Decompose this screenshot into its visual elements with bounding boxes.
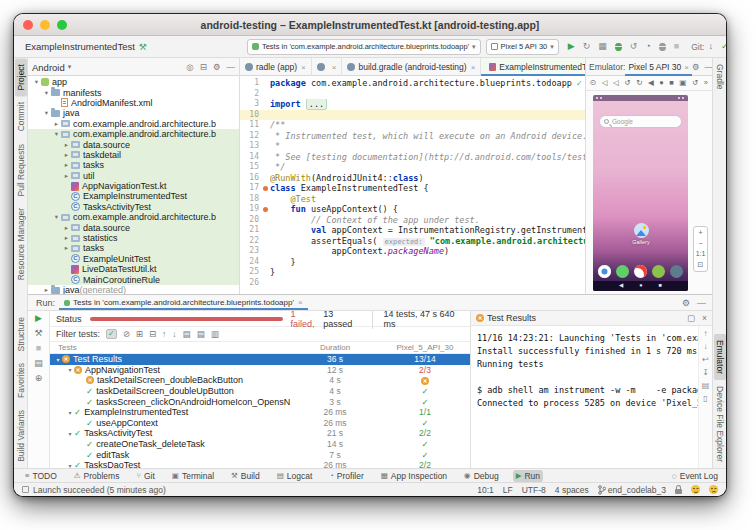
close-icon[interactable]: ×	[298, 298, 303, 307]
settings-icon[interactable]: ⚙	[213, 63, 221, 72]
volume-up-icon[interactable]: ◁	[602, 79, 608, 87]
overview-icon[interactable]: ■	[669, 79, 674, 87]
emulator-settings-icon[interactable]: ⚙	[692, 62, 700, 72]
stripe-button-emulator[interactable]: Emulator	[714, 334, 726, 380]
navigation-bar-file[interactable]: ExampleInstrumentedTest	[25, 41, 135, 52]
code-line[interactable]: 25}	[240, 267, 585, 278]
code-line[interactable]: 14 * See [testing documentation](http://…	[240, 152, 585, 163]
run-icon[interactable]: ▶	[568, 42, 575, 51]
close-console-icon[interactable]: ×	[702, 313, 707, 323]
code-line[interactable]: 23 appContext.packageName)	[240, 246, 585, 257]
project-tree-item[interactable]: ▸tasks	[28, 243, 239, 253]
edit-configuration-icon[interactable]: ⚒	[34, 329, 42, 338]
scroll-to-end-icon[interactable]: ↧	[702, 369, 709, 377]
project-tree-item[interactable]: ▸com.example.android.architecture.b	[28, 119, 239, 129]
emulator-screen[interactable]: Google Gallery ◀ ● ■	[593, 95, 688, 291]
home-icon[interactable]: ●	[659, 79, 664, 87]
close-tab-icon[interactable]: ×	[332, 63, 337, 72]
tool-window-button-logcat[interactable]: ▤Logcat	[274, 470, 316, 482]
test-history-icon[interactable]: ▤	[183, 330, 191, 339]
hide-panel-icon[interactable]: —	[227, 63, 236, 72]
code-line[interactable]: 20 // Context of the app under test.	[240, 215, 585, 226]
export-results-icon[interactable]: ▥	[211, 330, 219, 339]
test-tree-row[interactable]: ▾✕Test Results36 s13/14	[50, 354, 470, 365]
maximize-console-icon[interactable]: ▢	[687, 313, 695, 323]
project-tree-item[interactable]: ▸data.source	[28, 222, 239, 232]
gallery-app-shortcut[interactable]: Gallery	[621, 223, 661, 245]
editor-tab[interactable]: ExampleInstrumentedTest.kt×	[481, 58, 586, 76]
test-tree-row[interactable]: ✓useAppContext26 ms✓	[50, 418, 470, 429]
scroll-down-icon[interactable]: ↓	[704, 343, 708, 351]
test-tree-row[interactable]: ▾✓TasksActivityTest21 s2/2	[50, 428, 470, 439]
stripe-button-build-variants[interactable]: Build Variants	[15, 404, 27, 468]
tree-chevron-icon[interactable]: ▾	[42, 109, 51, 117]
code-line[interactable]: 18 @Test	[240, 194, 585, 205]
volume-down-icon[interactable]: ◁	[613, 79, 619, 87]
project-tree-item[interactable]: ▸tasks	[28, 160, 239, 170]
camera-app-icon[interactable]	[670, 265, 683, 278]
tree-chevron-icon[interactable]: ▸	[62, 244, 71, 252]
show-ignored-icon[interactable]: ⊘	[123, 330, 130, 339]
run-configuration-select[interactable]: Tests in 'com.example.android.architectu…	[247, 39, 481, 55]
tree-chevron-icon[interactable]: ▸	[62, 224, 71, 232]
line-ending[interactable]: LF	[503, 485, 513, 495]
print-icon[interactable]: ▤	[702, 382, 710, 390]
rotate-right-icon[interactable]: ↻	[636, 79, 642, 87]
tree-chevron-icon[interactable]: ▸	[62, 172, 71, 180]
editor-tab[interactable]: ×	[312, 58, 343, 76]
screenshot-icon[interactable]: ▣	[679, 79, 686, 87]
emulator-device-tab[interactable]: Pixel 5 API 30 ×	[625, 58, 692, 76]
test-tree-row[interactable]: ✕taskDetailScreen_doubleBackButton4 s✕	[50, 375, 470, 386]
code-line[interactable]: 10	[240, 110, 585, 121]
debug-icon[interactable]	[615, 43, 622, 51]
tree-chevron-icon[interactable]: ▾	[32, 78, 41, 86]
profiler-icon[interactable]: ◔	[645, 42, 650, 51]
tool-window-button-profiler[interactable]: ◔Profiler	[326, 470, 366, 482]
code-line[interactable]: 21 val appContext = InstrumentationRegis…	[240, 225, 585, 236]
stop-icon[interactable]: ■	[674, 42, 679, 51]
tool-window-button-build[interactable]: ⚒Build	[228, 470, 263, 482]
editor-tab[interactable]: build.gradle (android-testing)×	[342, 58, 481, 76]
file-encoding[interactable]: UTF-8	[522, 485, 546, 495]
rerun-icon[interactable]: ↻	[583, 42, 591, 51]
test-tree-row[interactable]: ✓createOneTask_deleteTask14 s✓	[50, 439, 470, 450]
console-output[interactable]: 11/16 14:23:21: Launching 'Tests in 'com…	[471, 326, 698, 468]
indent-setting[interactable]: 4 spaces	[555, 485, 589, 495]
tree-chevron-icon[interactable]: ▾	[66, 366, 74, 373]
pin-icon[interactable]: ⊕	[35, 374, 43, 383]
stripe-button-favorites[interactable]: Favorites	[15, 357, 27, 404]
project-tree-item[interactable]: ▾manifests	[28, 87, 239, 97]
google-search-bar[interactable]: Google	[599, 115, 682, 128]
commit-icon[interactable]: ✓	[721, 42, 726, 51]
stripe-button-gradle[interactable]: Gradle	[714, 58, 726, 96]
test-tree-row[interactable]: ▾✓TasksDaoTest26 ms2/2	[50, 460, 470, 468]
zoom-fit-button[interactable]: ⊡	[698, 261, 704, 269]
code-line[interactable]: 13 *	[240, 141, 585, 152]
apply-changes-icon[interactable]: ↺	[630, 42, 638, 51]
build-hammer-icon[interactable]: ⚒	[139, 42, 147, 52]
soft-wrap-icon[interactable]: ↩	[702, 356, 709, 364]
event-log-button[interactable]: ◌Event Log	[672, 471, 718, 481]
code-line[interactable]: 26	[240, 278, 585, 289]
code-line[interactable]: 17class ExampleInstrumentedTest {	[240, 183, 585, 194]
tree-chevron-icon[interactable]: ▾	[66, 430, 74, 437]
tool-window-button-run[interactable]: ▶Run	[513, 470, 543, 482]
project-tree-item[interactable]: CTasksActivityTest	[28, 202, 239, 212]
background-tasks-icon[interactable]	[22, 486, 29, 493]
project-tree-item[interactable]: ▸taskdetail	[28, 150, 239, 160]
run-test-gutter-icon[interactable]	[262, 183, 270, 194]
project-tree-item[interactable]: ▾com.example.android.architecture.b	[28, 212, 239, 222]
update-project-icon[interactable]: ↓	[708, 42, 713, 51]
android-home-button[interactable]: ●	[639, 283, 642, 289]
next-failed-icon[interactable]: ↓	[172, 330, 176, 339]
snapshots-icon[interactable]: ↺	[692, 79, 698, 87]
tree-chevron-icon[interactable]: ▾	[66, 409, 74, 416]
project-tree-item[interactable]: ▾app	[28, 77, 239, 87]
code-line[interactable]: 1package com.example.android.architectur…	[240, 78, 585, 89]
stripe-button-pull-requests[interactable]: Pull Requests	[15, 138, 27, 202]
android-back-button[interactable]: ◀	[619, 283, 623, 289]
test-tree-row[interactable]: ▾✕AppNavigationTest12 s2/3	[50, 365, 470, 376]
tool-window-button-problems[interactable]: ⚠Problems	[71, 470, 123, 482]
stripe-button-device-file-explorer[interactable]: Device File Explorer	[714, 380, 726, 468]
code-line[interactable]: 19 fun useAppContext() {	[240, 204, 585, 215]
